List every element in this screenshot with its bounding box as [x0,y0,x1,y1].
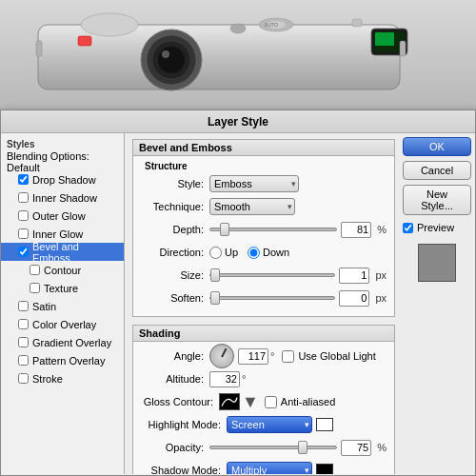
sidebar-item-texture[interactable]: Texture [1,279,124,297]
svg-rect-10 [375,32,394,46]
angle-row: Angle: ° Use Global Light [141,347,387,366]
contour-checkbox[interactable] [30,265,40,275]
svg-rect-15 [400,41,406,56]
svg-rect-18 [220,394,239,409]
altitude-label: Altitude: [141,373,209,385]
global-light-row: Use Global Light [282,350,375,363]
svg-rect-7 [78,36,91,46]
shadow-mode-select-wrap: Multiply Screen Normal [227,462,312,474]
direction-up-label[interactable]: Up [209,247,238,259]
camera-image: AUTO [19,8,457,103]
size-slider-wrap: px [209,268,387,284]
svg-rect-14 [36,41,42,56]
svg-point-6 [162,50,169,58]
direction-down-radio[interactable] [248,247,260,259]
highlight-opacity-row: Opacity: % [141,438,387,457]
main-panel: Bevel and Emboss Structure Style: Emboss… [125,133,475,474]
satin-checkbox[interactable] [18,301,29,311]
altitude-input[interactable] [209,371,240,387]
highlight-mode-select-wrap: Screen Multiply Normal [227,416,312,433]
pattern-overlay-checkbox[interactable] [18,355,29,366]
direction-up-radio[interactable] [209,247,222,259]
highlight-mode-select[interactable]: Screen Multiply Normal [227,416,312,433]
cancel-button[interactable]: Cancel [403,161,471,180]
soften-slider-wrap: px [209,290,387,307]
texture-checkbox[interactable] [30,283,40,293]
color-overlay-checkbox[interactable] [18,319,29,329]
bevel-emboss-checkbox[interactable] [18,247,29,257]
ok-button[interactable]: OK [403,137,471,156]
structure-label: Structure [141,161,387,171]
shading-title: Shading [133,326,394,342]
shadow-color-swatch[interactable] [316,464,333,474]
outer-glow-checkbox[interactable] [18,210,29,221]
angle-label: Angle: [141,350,209,362]
stroke-checkbox[interactable] [18,373,29,384]
sidebar-item-stroke[interactable]: Stroke [1,369,124,387]
highlight-opacity-input[interactable] [341,440,371,456]
global-light-checkbox[interactable] [282,350,294,363]
soften-row: Soften: px [141,288,387,307]
gloss-contour-row: Gloss Contour: ▼ Anti-aliased [141,392,387,411]
angle-dial[interactable] [209,344,234,368]
style-row: Style: Emboss Outer Bevel Inner Bevel Pi… [141,174,387,193]
highlight-mode-row: Highlight Mode: Screen Multiply Normal [141,415,387,434]
soften-input[interactable] [339,290,369,307]
size-row: Size: px [141,266,387,285]
shadow-mode-label: Shadow Mode: [141,465,227,474]
inner-shadow-checkbox[interactable] [18,192,29,203]
highlight-opacity-label: Opacity: [141,442,209,453]
anti-alias-row: Anti-aliased [265,396,335,408]
highlight-opacity-unit: % [377,442,387,453]
sidebar-item-drop-shadow[interactable]: Drop Shadow [1,170,124,188]
sidebar-item-gradient-overlay[interactable]: Gradient Overlay [1,333,124,351]
size-unit: px [375,269,387,281]
preview-row: Preview [403,222,471,233]
shadow-mode-select[interactable]: Multiply Screen Normal [227,462,312,474]
camera-preview: AUTO [0,0,476,109]
bevel-emboss-title: Bevel and Emboss [133,140,394,156]
svg-point-5 [158,47,185,73]
size-input[interactable] [339,268,369,284]
gradient-overlay-checkbox[interactable] [18,337,29,347]
size-slider[interactable] [209,273,335,277]
depth-slider[interactable] [209,228,337,231]
inner-glow-checkbox[interactable] [18,228,29,239]
preview-swatch [418,244,456,282]
preview-checkbox[interactable] [403,223,413,233]
soften-slider[interactable] [209,296,335,300]
highlight-mode-label: Highlight Mode: [141,419,227,430]
layer-style-dialog: Layer Style Styles Blending Options: Def… [0,109,476,476]
sidebar-item-color-overlay[interactable]: Color Overlay [1,315,124,333]
svg-point-13 [230,24,246,33]
drop-shadow-checkbox[interactable] [18,174,29,185]
sidebar-item-inner-shadow[interactable]: Inner Shadow [1,188,124,207]
sidebar-item-pattern-overlay[interactable]: Pattern Overlay [1,351,124,369]
new-style-button[interactable]: New Style... [403,185,471,215]
highlight-color-swatch[interactable] [316,418,333,431]
contour-dropdown-arrow[interactable]: ▼ [242,392,259,412]
highlight-opacity-slider-wrap: % [209,440,387,456]
shading-section: Shading Angle: ° Use Global Light [132,325,395,474]
global-light-label: Use Global Light [298,350,375,362]
sidebar-item-contour[interactable]: Contour [1,261,124,279]
bevel-emboss-body: Structure Style: Emboss Outer Bevel Inne… [133,156,394,316]
sidebar-item-satin[interactable]: Satin [1,297,124,315]
svg-point-1 [81,13,138,36]
direction-down-label[interactable]: Down [248,247,289,259]
soften-label: Soften: [141,292,209,304]
angle-input[interactable] [238,348,268,365]
blending-options-item[interactable]: Blending Options: Default [1,152,124,170]
bevel-emboss-section: Bevel and Emboss Structure Style: Emboss… [132,139,395,317]
style-select[interactable]: Emboss Outer Bevel Inner Bevel Pillow Em… [209,175,299,192]
depth-slider-wrap: % [209,222,387,238]
highlight-opacity-slider[interactable] [209,446,337,449]
anti-aliased-checkbox[interactable] [265,396,277,408]
sidebar-item-bevel-emboss[interactable]: Bevel and Emboss [1,243,124,261]
technique-select[interactable]: Smooth Chisel Hard Chisel Soft [209,198,295,215]
depth-input[interactable] [341,222,371,238]
style-select-wrap: Emboss Outer Bevel Inner Bevel Pillow Em… [209,175,299,192]
direction-label: Direction: [141,247,209,258]
sidebar-item-outer-glow[interactable]: Outer Glow [1,207,124,225]
gloss-contour-icon[interactable] [219,393,240,410]
